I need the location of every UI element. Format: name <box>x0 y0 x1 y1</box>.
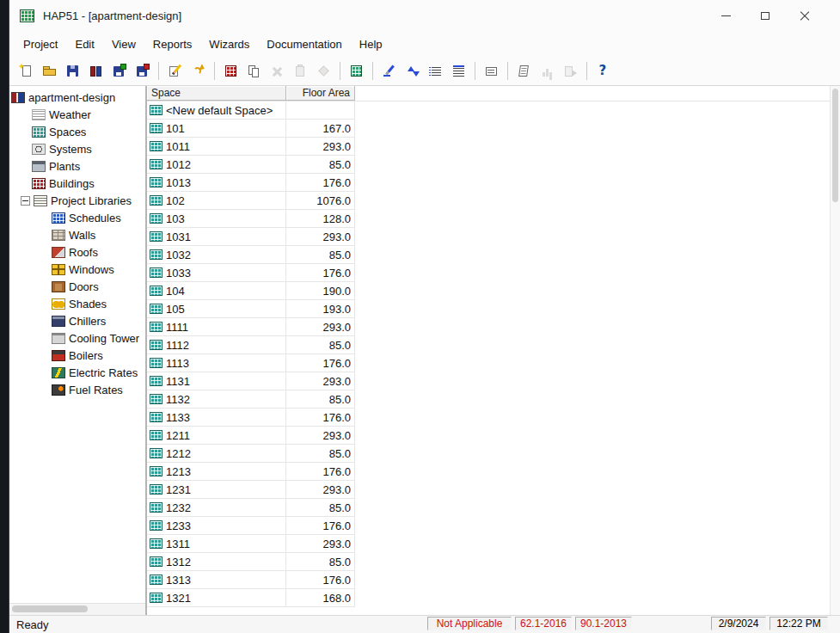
export-icon <box>563 64 579 79</box>
open-project-button[interactable] <box>38 60 61 83</box>
table-row[interactable]: 121285.0 <box>147 445 830 463</box>
tree-item-label: Schedules <box>69 212 121 224</box>
table-row[interactable]: 1131293.0 <box>147 372 830 390</box>
table-row[interactable]: 1011293.0 <box>147 138 830 156</box>
status-field-date: 2/9/2024 <box>711 617 766 630</box>
toolbar-separator <box>475 62 475 80</box>
tree-item-spaces[interactable]: Spaces <box>9 123 145 140</box>
table-row[interactable]: 1021076.0 <box>147 192 830 210</box>
tree-hscrollbar-thumb[interactable] <box>12 605 88 612</box>
menu-item-documentation[interactable]: Documentation <box>258 34 350 54</box>
tree-item-plants[interactable]: Plants <box>9 157 145 175</box>
floor-area-value <box>286 101 355 120</box>
copy-button[interactable] <box>242 60 266 83</box>
menu-item-wizards[interactable]: Wizards <box>200 34 258 54</box>
maximize-button[interactable] <box>745 0 785 32</box>
column-header-space[interactable]: Space <box>147 86 286 101</box>
menu-item-reports[interactable]: Reports <box>144 34 201 54</box>
space-cell: 1113 <box>147 354 286 372</box>
table-row[interactable]: 103128.0 <box>147 210 830 228</box>
table-row[interactable]: 1113176.0 <box>147 354 830 372</box>
project-tree-panel: apartment-designWeatherSpacesSystemsPlan… <box>9 86 145 615</box>
duplicate-item-button[interactable] <box>187 60 210 83</box>
menu-item-edit[interactable]: Edit <box>66 34 102 54</box>
tree-item-project-libraries[interactable]: Project Libraries <box>9 192 145 209</box>
maximize-icon <box>761 12 769 20</box>
tree-item-shades[interactable]: Shades <box>9 295 145 312</box>
tree-item-roofs[interactable]: Roofs <box>9 243 145 261</box>
list-view-button[interactable] <box>424 60 447 83</box>
new-document-button[interactable] <box>15 60 38 83</box>
help-button[interactable] <box>592 60 615 83</box>
table-row[interactable]: <New default Space> <box>147 101 830 120</box>
tree-item-boilers[interactable]: Boilers <box>9 347 145 364</box>
app-icon[interactable] <box>20 9 34 22</box>
tree-item-fuel-rates[interactable]: Fuel Rates <box>9 381 145 398</box>
tree-item-cooling-tower[interactable]: Cooling Tower <box>9 329 145 347</box>
building-grid-button[interactable] <box>219 60 242 83</box>
tree-item-apartment-design[interactable]: apartment-design <box>9 89 145 106</box>
report-icon <box>517 64 532 79</box>
table-row[interactable]: 111285.0 <box>147 336 830 354</box>
tree-item-windows[interactable]: Windows <box>9 261 145 278</box>
sort-arrows-icon <box>405 64 420 79</box>
tree-item-schedules[interactable]: Schedules <box>9 209 145 226</box>
tree-item-weather[interactable]: Weather <box>9 106 145 123</box>
table-row[interactable]: 104190.0 <box>147 282 830 300</box>
space-cell: 104 <box>147 282 286 300</box>
menu-item-view[interactable]: View <box>103 34 144 54</box>
table-row[interactable]: 113285.0 <box>147 390 830 409</box>
project-books-icon <box>11 92 25 103</box>
table-row[interactable]: 105193.0 <box>147 300 830 318</box>
report-button[interactable] <box>512 60 536 83</box>
save-button[interactable] <box>61 60 84 83</box>
table-row[interactable]: 1031293.0 <box>147 228 830 246</box>
table-row[interactable]: 1013176.0 <box>147 174 830 192</box>
table-row[interactable]: 1033176.0 <box>147 264 830 282</box>
table-row[interactable]: 1213176.0 <box>147 463 830 481</box>
wizard-grid-button[interactable] <box>345 60 368 83</box>
library-button[interactable] <box>84 60 107 83</box>
save-archive-button[interactable] <box>107 60 131 83</box>
menu-item-help[interactable]: Help <box>351 34 391 54</box>
spaces-icon <box>32 126 46 138</box>
tree-hscrollbar[interactable] <box>9 603 145 615</box>
building-grid-icon <box>224 64 239 79</box>
tree-item-electric-rates[interactable]: Electric Rates <box>9 364 145 381</box>
table-row[interactable]: 1211293.0 <box>147 427 830 445</box>
list-view-icon <box>428 64 444 79</box>
tree-item-doors[interactable]: Doors <box>9 278 145 295</box>
table-row[interactable]: 1321168.0 <box>147 589 830 607</box>
table-vscrollbar-thumb[interactable] <box>832 89 838 202</box>
tree-item-buildings[interactable]: Buildings <box>9 175 145 192</box>
save-restore-button[interactable] <box>131 60 154 83</box>
detail-view-button[interactable] <box>447 60 470 83</box>
table-row[interactable]: 1311293.0 <box>147 535 830 553</box>
tree-item-label: Spaces <box>49 126 86 138</box>
table-row[interactable]: 123285.0 <box>147 499 830 517</box>
column-header-floor-area[interactable]: Floor Area <box>286 86 355 101</box>
space-cell: 1031 <box>147 228 286 246</box>
table-row[interactable]: 101167.0 <box>147 120 830 138</box>
floor-area-value: 167.0 <box>286 120 355 138</box>
edit-item-button[interactable] <box>163 60 187 83</box>
table-row[interactable]: 1133176.0 <box>147 409 830 427</box>
window-box-button[interactable] <box>480 60 503 83</box>
table-vscrollbar[interactable] <box>830 86 840 615</box>
table-row[interactable]: 1111293.0 <box>147 318 830 336</box>
sort-arrows-button[interactable] <box>401 60 424 83</box>
menu-item-project[interactable]: Project <box>15 34 66 54</box>
close-button[interactable] <box>785 0 825 32</box>
table-row[interactable]: 1313176.0 <box>147 571 830 589</box>
tree-item-systems[interactable]: Systems <box>9 140 145 157</box>
sort-edit-button[interactable] <box>377 60 401 83</box>
table-row[interactable]: 103285.0 <box>147 246 830 264</box>
tree-item-walls[interactable]: Walls <box>9 226 145 243</box>
table-row[interactable]: 1231293.0 <box>147 481 830 499</box>
table-row[interactable]: 101285.0 <box>147 156 830 174</box>
table-row[interactable]: 131285.0 <box>147 553 830 571</box>
tree-item-chillers[interactable]: Chillers <box>9 312 145 329</box>
minimize-button[interactable] <box>706 0 745 32</box>
collapse-icon[interactable] <box>21 196 30 206</box>
table-row[interactable]: 1233176.0 <box>147 517 830 535</box>
